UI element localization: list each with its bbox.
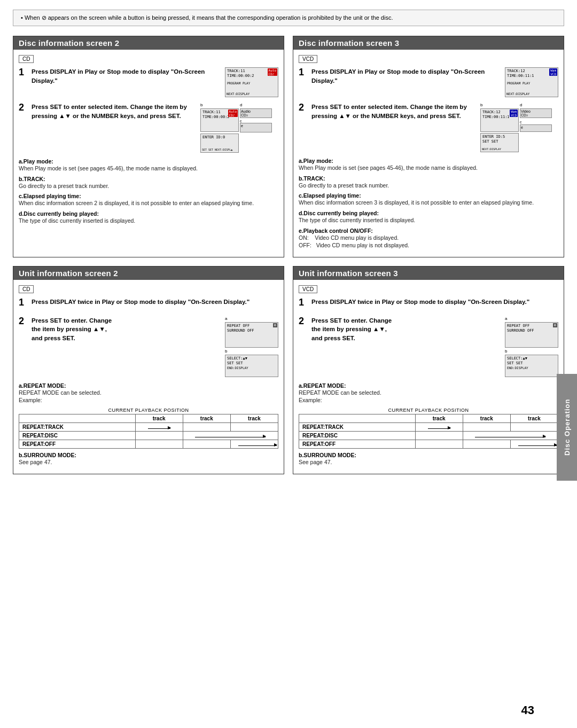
repeat-disc-empty [415, 432, 463, 440]
disc3-type-badge: VCD [299, 55, 317, 63]
table-row: REPEAT:TRACK ▶ [19, 423, 278, 432]
disc2-badge1: AutoCD♪ [268, 68, 277, 76]
unit2-repeat-table-wrapper: CURRENT PLAYBACK POSITION track track tr… [19, 408, 278, 449]
unit2-subtext-b: b.SURROUND MODE: See page 47. [19, 452, 278, 466]
repeat-disc-arrow: ▶ [463, 432, 558, 440]
unit2-step1-num: 1 [19, 298, 27, 308]
disc3-subtext-d: d.Disc currently being played: The type … [299, 210, 558, 224]
unit2-type-badge: CD [19, 285, 34, 293]
disc-info-2-title: Disc information screen 2 [13, 36, 284, 50]
disc3-step1: 1 Press DISPLAY in Play or Stop mode to … [299, 67, 558, 97]
disc-info-3-title: Disc information screen 3 [293, 36, 564, 50]
disc2-label-c: c [240, 119, 278, 123]
disc3-subtext-a: a.Play mode: When Play mode is set (see … [299, 158, 558, 172]
unit-info-screen-2: Unit information screen 2 CD 1 Press DIS… [13, 266, 284, 474]
disc2-step1-text: Press DISPLAY in Play or Stop mode to di… [32, 67, 221, 85]
disc2-step2-text: Press SET to enter selected item. Change… [32, 103, 196, 120]
disc3-step2-text-content: Press SET to enter selected item. Change… [311, 104, 467, 119]
unit2-repeat-table: track track track REPEAT:TRACK [19, 414, 278, 449]
repeat-disc-arrow: ▶ [183, 432, 278, 440]
disc2-subtext-d: d.Disc currently being played: The type … [19, 210, 278, 225]
table-row: REPEAT:DISC ▶ [299, 432, 558, 440]
disc2-step1: 1 Press DISPLAY in Play or Stop mode to … [19, 67, 278, 97]
unit3-step2-num: 2 [299, 316, 307, 327]
disc3-subtexts: a.Play mode: When Play mode is set (see … [299, 158, 558, 249]
disc3-subtext-b: b.TRACK: Go directly to a preset track n… [299, 175, 558, 190]
page-container: • When ⊘ appears on the screen while a b… [0, 0, 577, 728]
unit2-step2: 2 Press SET to enter. Changethe item by … [19, 316, 278, 377]
table-row: REPEAT:OFF ▶ [299, 440, 558, 449]
disc2-screen1-mock: TRACK:11 TIME:00:00:2 AutoCD♪ PROGRAM PL… [225, 67, 278, 97]
col-header-track2: track [183, 414, 230, 423]
disc3-label-c: c [520, 120, 558, 124]
unit3-step1: 1 Press DISPLAY twice in Play or Stop mo… [299, 298, 558, 311]
col-header-empty [19, 414, 136, 423]
disc3-step2: 2 Press SET to enter selected item. Chan… [299, 103, 558, 152]
disc3-step1-screen: TRACK:12 TIME:00:11:1 WamVCD PROGRAM PLA… [505, 67, 558, 97]
disc3-badge2a: WamVCD [510, 109, 518, 117]
table-header-row: track track track [19, 414, 278, 423]
disc3-screen2a: TRACK:12 TIME:00:11:1 WamVCD [480, 108, 519, 132]
disc2-subtext-a: a.Play mode: When Play mode is set (see … [19, 158, 278, 173]
disc-info-2-content: CD 1 Press DISPLAY in Play or Stop mode … [13, 50, 284, 232]
disc2-subtexts: a.Play mode: When Play mode is set (see … [19, 158, 278, 225]
unit3-subtexts: a.REPEAT MODE: REPEAT MODE can be select… [299, 382, 558, 466]
repeat-track-label: REPEAT:TRACK [299, 423, 416, 432]
repeat-disc-label: REPEAT:DISC [299, 432, 416, 440]
disc2-step1-screen: TRACK:11 TIME:00:00:2 AutoCD♪ PROGRAM PL… [225, 67, 278, 97]
disc3-step1-num: 1 [299, 67, 307, 78]
unit3-step2: 2 Press SET to enter. Changethe item by … [299, 316, 558, 377]
unit2-step1-text: Press DISPLAY twice in Play or Stop mode… [32, 298, 249, 307]
table-row: REPEAT:DISC ▶ [19, 432, 278, 440]
col-header-track1: track [135, 414, 183, 423]
repeat-off-label: REPEAT:OFF [19, 440, 136, 449]
disc3-step2-text: Press SET to enter selected item. Change… [311, 103, 476, 120]
disc2-step2: 2 Press SET to enter selected item. Chan… [19, 103, 278, 153]
repeat-off-empty2 [463, 440, 510, 449]
table-row: REPEAT:OFF ▶ [19, 440, 278, 449]
disc2-subtext-c: c.Elapsed playing time: When disc inform… [19, 193, 278, 207]
repeat-track-arrow: ▶ [135, 423, 183, 432]
disc2-step2-text-content: Press SET to enter selected item. Change… [32, 104, 187, 119]
disc-info-screen-2: Disc information screen 2 CD 1 Press DIS… [13, 36, 284, 257]
repeat-track-empty2 [510, 423, 558, 432]
disc2-subtext-b: b.TRACK: Go directly to a preset track n… [19, 176, 278, 190]
disc2-screen2-footer: SET SET NEXT:DISPL▲ [202, 148, 237, 151]
repeat-track-label: REPEAT:TRACK [19, 423, 136, 432]
side-tab: Disc Operation [557, 374, 577, 481]
unit-info-3-content: VCD 1 Press DISPLAY twice in Play or Sto… [293, 280, 564, 474]
disc-info-row: Disc information screen 2 CD 1 Press DIS… [13, 36, 564, 257]
table-header-row: track track track [299, 414, 558, 423]
unit3-step1-text: Press DISPLAY twice in Play or Stop mode… [311, 298, 529, 307]
disc2-screen2b: AudioCD♪ [240, 108, 272, 118]
unit2-cd-badge: ⊕ [273, 323, 277, 327]
unit3-repeat-table-wrapper: CURRENT PLAYBACK POSITION track track tr… [299, 408, 558, 449]
unit2-step2-screens: a REPEAT OFF SURROUND OFF ⊕ b SELECT:▲▼ … [225, 316, 278, 377]
disc2-step2-screens: b d TRACK:11 TIME:00:00:2 AutoCD♪ AudioC… [200, 103, 278, 153]
unit3-step2-screens: a REPEAT OFF SURROUND OFF ⊕ b SELECT:▲▼ … [505, 316, 558, 377]
side-tab-label: Disc Operation [563, 399, 571, 456]
repeat-track-empty2 [230, 423, 278, 432]
repeat-off-label: REPEAT:OFF [299, 440, 416, 449]
disc3-screen2bottom: ENTER ID:5 SET SET NEXT:DISPLAY [480, 133, 519, 152]
notice-box: • When ⊘ appears on the screen while a b… [13, 10, 564, 26]
repeat-track-empty1 [463, 423, 510, 432]
unit2-playback-label: CURRENT PLAYBACK POSITION [19, 408, 278, 413]
repeat-off-empty2 [183, 440, 230, 449]
unit3-step1-num: 1 [299, 298, 307, 308]
notice-text: • When ⊘ appears on the screen while a b… [21, 14, 393, 21]
disc-info-screen-3: Disc information screen 3 VCD 1 Press DI… [293, 36, 564, 257]
disc2-screen2c: e [240, 123, 272, 132]
repeat-disc-empty [135, 432, 183, 440]
unit2-screen-a: REPEAT OFF SURROUND OFF ⊕ [225, 322, 278, 348]
repeat-track-empty1 [183, 423, 230, 432]
disc3-step2-screens: b d TRACK:12 TIME:00:11:1 WamVCD VideoCD… [480, 103, 558, 152]
disc3-step1-text-content: Press DISPLAY in Play or Stop mode to di… [311, 68, 485, 84]
disc3-badge1: WamVCD [549, 68, 557, 76]
repeat-off-empty1 [135, 440, 183, 449]
disc2-step2-num: 2 [19, 103, 27, 113]
unit2-subtext-a: a.REPEAT MODE: REPEAT MODE can be select… [19, 382, 278, 404]
disc3-subtext-e: e.Playback control ON/OFF: ON: Video CD … [299, 228, 558, 249]
unit3-repeat-table: track track track REPEAT:TRACK [299, 414, 558, 449]
repeat-off-arrow: ▶ [230, 440, 278, 449]
